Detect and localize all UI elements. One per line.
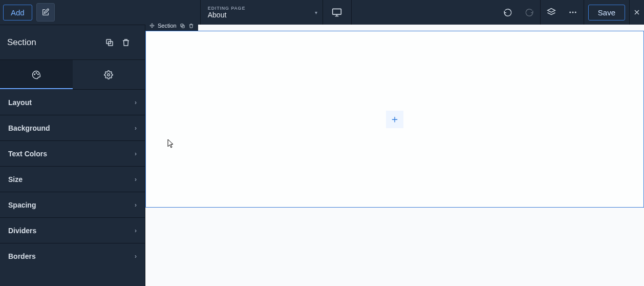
undo-button[interactable] xyxy=(497,0,519,25)
palette-icon xyxy=(32,70,41,79)
chevron-right-icon: › xyxy=(135,253,137,260)
sidebar-item-label: Background xyxy=(8,124,50,132)
sidebar-item-label: Borders xyxy=(8,252,36,260)
page-selector[interactable]: EDITING PAGE About ▾ xyxy=(200,0,323,25)
chevron-right-icon: › xyxy=(135,150,137,157)
topbar-center: EDITING PAGE About ▾ xyxy=(200,0,352,25)
layers-icon xyxy=(547,8,556,17)
section-frame[interactable]: Section ＋ xyxy=(145,31,644,208)
svg-rect-0 xyxy=(333,9,341,14)
redo-button[interactable] xyxy=(519,0,540,25)
dots-horizontal-icon xyxy=(568,8,577,17)
sidebar-item-background[interactable]: Background› xyxy=(0,115,145,140)
close-button[interactable] xyxy=(630,0,644,25)
svg-point-7 xyxy=(34,74,35,75)
layers-button[interactable] xyxy=(541,0,562,25)
sidebar-list: Layout› Background› Text Colors› Size› S… xyxy=(0,89,145,286)
tab-style[interactable] xyxy=(0,60,73,89)
more-button[interactable] xyxy=(562,0,584,25)
svg-point-9 xyxy=(37,74,38,75)
move-icon xyxy=(149,23,155,28)
close-icon xyxy=(633,8,641,16)
duplicate-section-button[interactable] xyxy=(105,38,121,47)
chevron-right-icon: › xyxy=(135,99,137,106)
topbar: Add EDITING PAGE About ▾ xyxy=(0,0,644,25)
redo-icon xyxy=(525,8,534,17)
topbar-right: Save xyxy=(497,0,644,25)
sidebar-item-spacing[interactable]: Spacing› xyxy=(0,192,145,217)
svg-point-2 xyxy=(569,12,571,13)
cursor-icon xyxy=(167,139,175,148)
sidebar-item-borders[interactable]: Borders› xyxy=(0,243,145,269)
add-block-button[interactable]: ＋ xyxy=(386,111,403,128)
trash-icon xyxy=(188,23,194,29)
trash-icon xyxy=(121,38,131,47)
topbar-left: Add xyxy=(0,0,55,25)
svg-point-8 xyxy=(36,72,37,73)
sidebar-item-label: Layout xyxy=(8,98,32,107)
sidebar-item-dividers[interactable]: Dividers› xyxy=(0,217,145,243)
svg-point-4 xyxy=(575,12,576,13)
delete-section-button[interactable] xyxy=(121,38,138,47)
undo-icon xyxy=(503,8,512,17)
divider xyxy=(584,0,584,25)
sidebar: Section Layout› Background› Text Colors›… xyxy=(0,25,145,286)
copy-icon xyxy=(180,23,185,29)
gear-icon xyxy=(104,70,113,79)
sidebar-item-label: Text Colors xyxy=(8,150,47,158)
chevron-right-icon: › xyxy=(135,125,137,132)
page-selector-value: About xyxy=(208,11,315,19)
copy-icon xyxy=(105,38,114,47)
sidebar-item-size[interactable]: Size› xyxy=(0,166,145,192)
section-tag: Section xyxy=(145,21,198,31)
sidebar-item-label: Spacing xyxy=(8,201,36,209)
edit-button[interactable] xyxy=(36,3,55,22)
svg-point-10 xyxy=(108,73,110,76)
device-preview-button[interactable] xyxy=(323,0,352,25)
svg-marker-1 xyxy=(547,9,555,13)
svg-point-3 xyxy=(572,12,573,13)
pencil-square-icon xyxy=(41,8,50,16)
page-selector-label: EDITING PAGE xyxy=(208,6,315,11)
chevron-right-icon: › xyxy=(135,227,137,234)
save-button[interactable]: Save xyxy=(588,5,625,21)
sidebar-tabs xyxy=(0,59,145,89)
tab-settings[interactable] xyxy=(73,60,145,89)
section-delete-button[interactable] xyxy=(188,23,194,29)
move-handle[interactable] xyxy=(149,23,155,28)
sidebar-item-layout[interactable]: Layout› xyxy=(0,89,145,115)
plus-icon: ＋ xyxy=(390,112,400,126)
chevron-right-icon: › xyxy=(135,201,137,209)
chevron-down-icon: ▾ xyxy=(315,10,317,15)
add-button[interactable]: Add xyxy=(3,5,32,21)
section-tag-label: Section xyxy=(158,23,177,29)
canvas[interactable]: Section ＋ xyxy=(145,25,644,286)
monitor-icon xyxy=(332,7,342,17)
sidebar-header: Section xyxy=(0,25,145,59)
sidebar-item-text-colors[interactable]: Text Colors› xyxy=(0,140,145,166)
sidebar-item-label: Size xyxy=(8,175,23,183)
workspace: Section Layout› Background› Text Colors›… xyxy=(0,25,644,286)
chevron-right-icon: › xyxy=(135,176,137,183)
sidebar-item-label: Dividers xyxy=(8,227,36,235)
sidebar-title: Section xyxy=(7,37,105,48)
section-duplicate-button[interactable] xyxy=(180,23,185,29)
